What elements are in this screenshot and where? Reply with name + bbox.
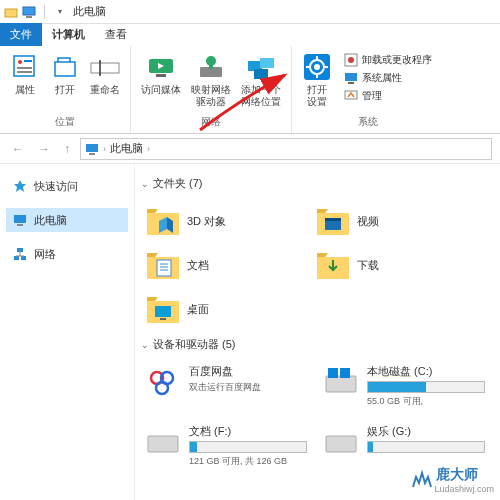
folder-label: 下载 [357,258,379,273]
system-group-label: 系统 [358,115,378,129]
manage-button[interactable]: 管理 [342,88,434,104]
svg-marker-59 [147,297,158,301]
ribbon-group-network: 访问媒体 映射网络 驱动器 添加一个 网络位置 网络 [131,46,292,133]
svg-rect-18 [260,58,274,68]
drive-icon-f [145,424,181,460]
ribbon-group-system: 打开 设置 卸载或更改程序 系统属性 管理 系统 [292,46,444,133]
drive-baidu[interactable]: 百度网盘 双击运行百度网盘 [141,360,311,412]
drives-header-label: 设备和驱动器 (5) [153,337,236,352]
drive-usage-bar [189,441,307,453]
rename-button[interactable]: 重命名 [86,50,124,98]
main-area: 快速访问 此电脑 网络 ⌄ 文件夹 (7) 3D 对象 视频 [0,164,500,500]
open-settings-label: 打开 设置 [307,84,327,108]
sidebar: 快速访问 此电脑 网络 [0,164,135,500]
qat-dropdown-icon[interactable]: ▾ [53,5,67,19]
folder-icon-documents [145,247,181,283]
network-icon [12,246,28,262]
nav-up[interactable]: ↑ [60,142,74,156]
drives-section-header[interactable]: ⌄ 设备和驱动器 (5) [141,337,494,352]
drive-name: 本地磁盘 (C:) [367,364,485,379]
folder-documents[interactable]: 文档 [141,243,311,287]
folder-label: 3D 对象 [187,214,226,229]
folders-header-label: 文件夹 (7) [153,176,203,191]
uninstall-label: 卸载或更改程序 [362,53,432,67]
ribbon: 属性 打开 重命名 位置 访问媒体 映射网络 驱动器 [0,46,500,134]
sidebar-quick-label: 快速访问 [34,179,78,194]
sidebar-network-label: 网络 [34,247,56,262]
drive-f[interactable]: 文档 (F:) 121 GB 可用, 共 126 GB [141,420,311,472]
drive-subtitle: 双击运行百度网盘 [189,381,307,394]
drive-c[interactable]: 本地磁盘 (C:) 55.0 GB 可用, [319,360,489,412]
folder-icon[interactable] [4,5,18,19]
svg-rect-30 [348,82,354,84]
chevron-down-icon: ⌄ [141,179,149,189]
address-box[interactable]: › 此电脑 › [80,138,492,160]
folder-desktop[interactable]: 桌面 [141,287,311,331]
svg-rect-33 [89,153,95,155]
svg-rect-5 [24,60,32,62]
folder-icon-3d [145,203,181,239]
properties-icon [10,52,40,82]
svg-rect-1 [23,7,35,15]
tab-computer[interactable]: 计算机 [42,23,95,46]
pc-icon-small[interactable] [22,5,36,19]
manage-label: 管理 [362,89,382,103]
quick-access-toolbar: ▾ [4,5,67,19]
folder-3d-objects[interactable]: 3D 对象 [141,199,311,243]
svg-point-22 [314,64,320,70]
svg-rect-2 [26,16,32,18]
open-settings-button[interactable]: 打开 设置 [298,50,336,110]
rename-label: 重命名 [90,84,120,96]
folder-icon-videos [315,203,351,239]
folder-label: 视频 [357,214,379,229]
properties-button[interactable]: 属性 [6,50,44,98]
svg-point-4 [18,60,22,64]
svg-rect-8 [55,62,75,76]
svg-rect-68 [148,436,178,452]
sidebar-item-quick-access[interactable]: 快速访问 [6,174,128,198]
svg-rect-7 [17,71,32,73]
svg-rect-9 [91,63,119,73]
svg-rect-69 [326,436,356,452]
svg-rect-6 [17,67,32,69]
svg-rect-61 [160,318,166,320]
network-group-label: 网络 [201,115,221,129]
sidebar-item-network[interactable]: 网络 [6,242,128,266]
folder-label: 文档 [187,258,209,273]
drive-g[interactable]: 娱乐 (G:) [319,420,489,472]
access-media-button[interactable]: 访问媒体 [137,50,185,98]
system-properties-button[interactable]: 系统属性 [342,70,434,86]
map-drive-button[interactable]: 映射网络 驱动器 [187,50,235,110]
watermark: 鹿大师 Ludashiwj.com [410,466,494,494]
svg-point-28 [348,57,354,63]
add-location-button[interactable]: 添加一个 网络位置 [237,50,285,110]
drive-name: 娱乐 (G:) [367,424,485,439]
svg-rect-65 [326,376,356,392]
nav-forward[interactable]: → [34,142,54,156]
qat-divider [44,5,45,19]
breadcrumb-sep2: › [147,144,150,154]
uninstall-button[interactable]: 卸载或更改程序 [342,52,434,68]
nav-back[interactable]: ← [8,142,28,156]
drive-usage-bar [367,441,485,453]
open-label: 打开 [55,84,75,96]
tab-view[interactable]: 查看 [95,23,137,46]
address-bar: ← → ↑ › 此电脑 › [0,134,500,164]
uninstall-icon [344,53,358,67]
folders-section-header[interactable]: ⌄ 文件夹 (7) [141,176,494,191]
breadcrumb-thispc[interactable]: 此电脑 [110,141,143,156]
folder-downloads[interactable]: 下载 [311,243,481,287]
open-button[interactable]: 打开 [46,50,84,98]
sysprops-label: 系统属性 [362,71,402,85]
breadcrumb-sep: › [103,144,106,154]
sidebar-item-thispc[interactable]: 此电脑 [6,208,128,232]
manage-icon [344,89,358,103]
baidu-icon [145,364,181,400]
drive-free-text: 55.0 GB 可用, [367,395,485,408]
folder-videos[interactable]: 视频 [311,199,481,243]
svg-marker-43 [147,209,158,213]
folder-icon-desktop [145,291,181,327]
tab-file[interactable]: 文件 [0,23,42,46]
svg-rect-0 [5,9,17,17]
svg-marker-34 [14,180,26,192]
